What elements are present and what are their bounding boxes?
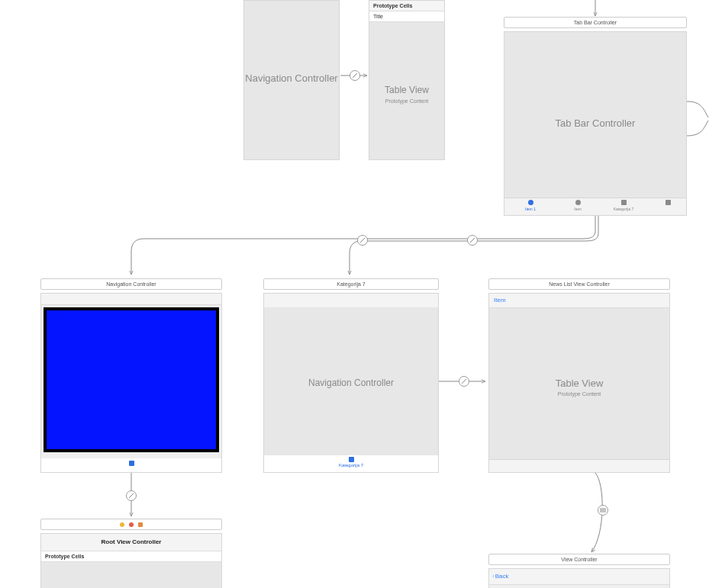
segue-badge-3[interactable] bbox=[467, 235, 478, 246]
scene-dot-red bbox=[129, 522, 134, 527]
nav-blue-canvas bbox=[44, 307, 219, 452]
tab-icon-item2 bbox=[575, 200, 581, 205]
nav-kat-body: Navigation Controller Kategorija 7 bbox=[263, 293, 439, 473]
segue-badge-5[interactable] bbox=[126, 490, 137, 501]
scene-bottom-vc: View Controller ‹Back bbox=[488, 554, 670, 588]
tabbar-item-3[interactable]: Kategorija 7 bbox=[610, 200, 637, 211]
nav-kat-tab-label: Kategorija 7 bbox=[264, 463, 438, 468]
nav-kat-tab-icon bbox=[349, 457, 354, 462]
root-vc-navbar: Root View Controller bbox=[41, 534, 221, 551]
top-nav-body: Navigation Controller bbox=[243, 0, 340, 160]
nav-blue-tab-icon bbox=[129, 461, 134, 466]
segue-badge-2[interactable] bbox=[357, 235, 368, 246]
tab-icon-item4 bbox=[665, 200, 671, 205]
news-list-navbar: Item bbox=[489, 294, 669, 308]
prototype-cells-label: Prototype Cells bbox=[369, 1, 444, 11]
nav-kat-navbar bbox=[264, 294, 438, 308]
root-vc-body: Root View Controller Prototype Cells bbox=[40, 533, 222, 588]
prototype-row[interactable]: Title bbox=[369, 11, 444, 22]
prototype-row-title: Title bbox=[369, 11, 444, 21]
nav-blue-body bbox=[40, 293, 222, 473]
tabbar-item-2[interactable]: Item bbox=[564, 200, 591, 211]
scene-top-navigation: Navigation Controller bbox=[243, 0, 340, 160]
tab-bar: Item 1 Item Kategorija 7 bbox=[504, 198, 686, 215]
bottom-vc-titlebar[interactable]: View Controller bbox=[488, 554, 670, 565]
news-list-tabbar bbox=[489, 459, 669, 472]
segue-badge-4[interactable] bbox=[459, 376, 469, 387]
nav-blue-navbar bbox=[41, 294, 221, 305]
tabbar-titlebar[interactable]: Tab Bar Controller bbox=[504, 17, 687, 28]
back-label: Back bbox=[495, 573, 509, 580]
top-table-title: Table View bbox=[369, 85, 444, 95]
nav-kat-title: Navigation Controller bbox=[264, 378, 438, 388]
tab-icon-item1 bbox=[528, 200, 533, 205]
scene-dot-yellow bbox=[120, 522, 124, 527]
tabbar-item-4[interactable] bbox=[654, 200, 682, 207]
scene-dot-square bbox=[138, 522, 143, 527]
top-nav-title: Navigation Controller bbox=[244, 72, 339, 84]
news-list-nav-item[interactable]: Item bbox=[494, 297, 506, 304]
tabbar-item-1[interactable]: Item 1 bbox=[517, 200, 544, 211]
scene-nav-blue: Navigation Controller bbox=[40, 278, 222, 473]
segue-badge-1[interactable] bbox=[350, 70, 360, 81]
tabbar-body: Tab Bar Controller Item 1 Item Kategorij… bbox=[504, 31, 687, 216]
root-vc-nav-title: Root View Controller bbox=[41, 534, 221, 545]
scene-top-tableview: Prototype Cells Title Table View Prototy… bbox=[369, 0, 445, 160]
svg-line-4 bbox=[353, 73, 357, 78]
chevron-left-icon: ‹ bbox=[493, 573, 495, 580]
tab-label-item1: Item 1 bbox=[517, 207, 544, 211]
prototype-cells-header: Prototype Cells bbox=[369, 1, 444, 11]
svg-line-6 bbox=[470, 238, 475, 243]
root-vc-proto-label: Prototype Cells bbox=[41, 551, 221, 562]
top-table-phone: Prototype Cells Title Table View Prototy… bbox=[369, 0, 445, 160]
svg-line-5 bbox=[360, 238, 365, 243]
bottom-vc-body: ‹Back bbox=[488, 568, 670, 588]
nav-blue-titlebar[interactable]: Navigation Controller bbox=[40, 278, 222, 290]
svg-line-7 bbox=[462, 379, 466, 384]
news-list-body: Item Table View Prototype Content bbox=[488, 293, 670, 473]
scene-root-vc: Root View Controller Prototype Cells bbox=[40, 519, 222, 588]
tab-label-item2: Item bbox=[564, 207, 591, 211]
tab-icon-kategorija bbox=[621, 200, 627, 205]
svg-line-8 bbox=[129, 493, 134, 498]
tab-label-kategorija: Kategorija 7 bbox=[610, 207, 637, 211]
news-list-subtitle: Prototype Content bbox=[489, 391, 669, 397]
nav-kat-content: Navigation Controller bbox=[264, 307, 438, 455]
root-vc-titlebar[interactable] bbox=[40, 519, 222, 530]
nav-kat-titlebar[interactable]: Kategorija 7 bbox=[263, 278, 439, 290]
scene-dots bbox=[41, 519, 221, 529]
back-button[interactable]: ‹Back bbox=[492, 573, 508, 580]
bottom-vc-navbar: ‹Back bbox=[489, 569, 669, 585]
scene-nav-kategorija: Kategorija 7 Navigation Controller Kateg… bbox=[263, 278, 439, 473]
segue-badge-6[interactable] bbox=[598, 505, 608, 516]
nav-kat-tabbar: Kategorija 7 bbox=[264, 455, 438, 472]
scene-tabbar-controller: Tab Bar Controller Tab Bar Controller It… bbox=[504, 17, 687, 216]
news-list-titlebar[interactable]: News List View Controller bbox=[488, 278, 670, 290]
top-table-subtitle: Prototype Content bbox=[369, 98, 444, 104]
news-list-title: Table View bbox=[489, 378, 669, 389]
tabbar-center-title: Tab Bar Controller bbox=[504, 117, 686, 129]
nav-blue-tabbar bbox=[41, 458, 221, 472]
scene-news-list: News List View Controller Item Table Vie… bbox=[488, 278, 670, 473]
